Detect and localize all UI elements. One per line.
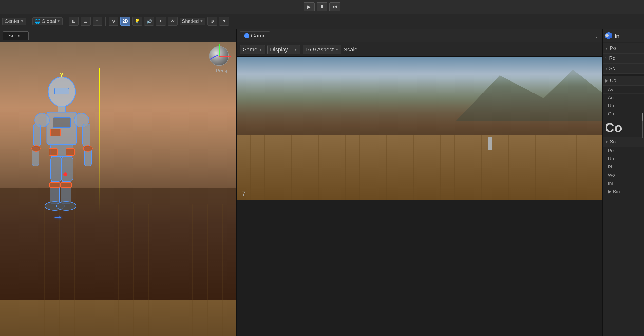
game-robot-far <box>488 138 492 150</box>
2d-btn[interactable]: 2D <box>120 17 130 26</box>
svg-rect-17 <box>50 157 62 181</box>
prop-pl: Pl <box>602 163 644 171</box>
svg-rect-3 <box>47 112 76 144</box>
svg-point-13 <box>84 146 92 152</box>
scale-label: Scale <box>344 46 357 53</box>
svg-rect-15 <box>49 148 58 156</box>
gizmo-sphere <box>209 46 229 66</box>
inspector-section-ro: ▷ Ro <box>602 54 644 64</box>
global-label: Global <box>42 18 56 24</box>
game-panel-header: Game ⋮ <box>237 29 602 42</box>
top-toolbar: ▶ ⏸ ⏭ <box>0 0 644 14</box>
game-viewport[interactable]: 7 <box>237 57 602 200</box>
section-header-co-top[interactable]: ▶ Co <box>602 76 644 86</box>
section-label-ro: Ro <box>609 56 616 61</box>
prop-ini: Ini <box>602 179 644 188</box>
step-button[interactable]: ⏭ <box>330 2 340 11</box>
section-tri-sc: ▷ <box>605 66 608 70</box>
gizmo-btn[interactable]: ⊕ <box>207 17 217 26</box>
svg-point-26 <box>64 172 67 176</box>
prop-an: An <box>602 94 644 102</box>
inspector-header: ◆ In <box>602 29 644 42</box>
prop-po2: Po <box>602 147 644 155</box>
prop-av: Av <box>602 86 644 94</box>
pause-button[interactable]: ⏸ <box>316 2 328 11</box>
separator-2 <box>66 17 66 26</box>
axis-z <box>210 54 218 60</box>
audio-btn[interactable]: 🔊 <box>144 17 154 26</box>
game-tab[interactable]: Game <box>240 31 270 40</box>
svg-rect-16 <box>66 148 74 156</box>
scroll-indicator[interactable] <box>642 113 643 138</box>
global-arrow: ▼ <box>57 19 60 23</box>
game-dropdown-arrow: ▼ <box>259 48 262 52</box>
section-header-po[interactable]: ▼ Po <box>602 44 644 53</box>
game-dropdown[interactable]: Game ▼ <box>240 45 265 54</box>
inspector-cube-icon: ◆ <box>605 32 612 40</box>
shading-arrow: ▼ <box>200 19 203 23</box>
inspector-section-sc: ▷ Sc <box>602 64 644 74</box>
game-dropdown-label: Game <box>242 46 257 53</box>
shading-dropdown[interactable]: Shaded ▼ <box>180 18 206 25</box>
persp-gizmo[interactable]: ← Persp <box>204 45 234 74</box>
section-header-5[interactable]: ▼ Sc <box>602 137 644 147</box>
grid-snap-btn[interactable]: ⊞ <box>69 17 79 26</box>
prop-up: Up <box>602 102 644 110</box>
prop-bin: ▶ Bin <box>602 188 644 196</box>
game-panel-menu[interactable]: ⋮ <box>594 32 599 39</box>
svg-rect-5 <box>50 129 60 136</box>
hidden-btn[interactable]: 👁 <box>168 17 178 26</box>
inspector-title: In <box>614 32 620 39</box>
gizmo-axes <box>210 47 228 65</box>
svg-rect-11 <box>83 124 90 146</box>
game-bottom-area <box>237 200 602 336</box>
main-area: Scene <box>0 29 644 336</box>
prop-cu: Cu <box>602 110 644 118</box>
inspector-section-5: ▼ Sc Po Up Pl Wo Ini ▶ Bin <box>602 137 644 196</box>
section-header-sc[interactable]: ▷ Sc <box>602 64 644 74</box>
section-divider-1 <box>602 74 644 76</box>
svg-rect-21 <box>49 182 60 188</box>
snap-btn[interactable]: ≡ <box>92 17 102 26</box>
shading-label: Shaded <box>182 18 199 24</box>
orbit-btn[interactable]: ⊙ <box>108 17 118 26</box>
center-label: Center <box>5 18 20 24</box>
aspect-arrow: ▼ <box>335 48 338 52</box>
inspector-section-co: ▶ Co Av An Up Cu <box>602 76 644 118</box>
section-tri-ro: ▷ <box>605 56 608 60</box>
scene-viewport[interactable]: Y → ← Persp <box>0 42 236 336</box>
inspector-body: ▼ Po ▷ Ro ▷ Sc <box>602 42 644 336</box>
playback-controls: ▶ ⏸ ⏭ <box>304 2 340 11</box>
svg-rect-18 <box>62 157 73 181</box>
center-arrow: ▼ <box>20 19 24 23</box>
scene-tab[interactable]: Scene <box>3 31 28 40</box>
game-tab-icon <box>244 33 250 38</box>
play-button[interactable]: ▶ <box>304 2 314 11</box>
display-dropdown[interactable]: Display 1 ▼ <box>268 45 300 54</box>
section-tri-5: ▼ <box>605 140 608 144</box>
more-btn[interactable]: ▼ <box>219 17 229 26</box>
co-section-label: Co <box>602 118 644 137</box>
axis-x <box>219 56 232 57</box>
game-indicator-7: 7 <box>242 190 246 197</box>
global-toggle[interactable]: 🌐 Global ▼ <box>32 17 63 25</box>
aspect-dropdown[interactable]: 16:9 Aspect ▼ <box>302 45 341 54</box>
effects-btn[interactable]: ✦ <box>156 17 166 26</box>
section-label-po: Po <box>610 46 616 51</box>
separator-3 <box>105 17 106 26</box>
inspector-section-transform: ▼ Po <box>602 44 644 54</box>
svg-rect-22 <box>61 182 72 188</box>
svg-point-10 <box>32 146 40 152</box>
grid-btn[interactable]: ⊟ <box>81 17 90 26</box>
separator-1 <box>29 17 29 26</box>
persp-label: ← Persp <box>210 68 229 74</box>
svg-rect-2 <box>58 106 66 112</box>
axis-y <box>219 44 220 56</box>
section-label-sc: Sc <box>609 66 615 71</box>
game-area: Game ⋮ Game ▼ Display 1 ▼ 16:9 Aspect ▼ … <box>237 29 602 336</box>
center-toggle[interactable]: Center ▼ <box>2 18 26 25</box>
scroll-thumb <box>642 113 643 121</box>
section-header-ro[interactable]: ▷ Ro <box>602 54 644 64</box>
light-btn[interactable]: 💡 <box>132 17 142 26</box>
svg-rect-8 <box>33 124 41 146</box>
